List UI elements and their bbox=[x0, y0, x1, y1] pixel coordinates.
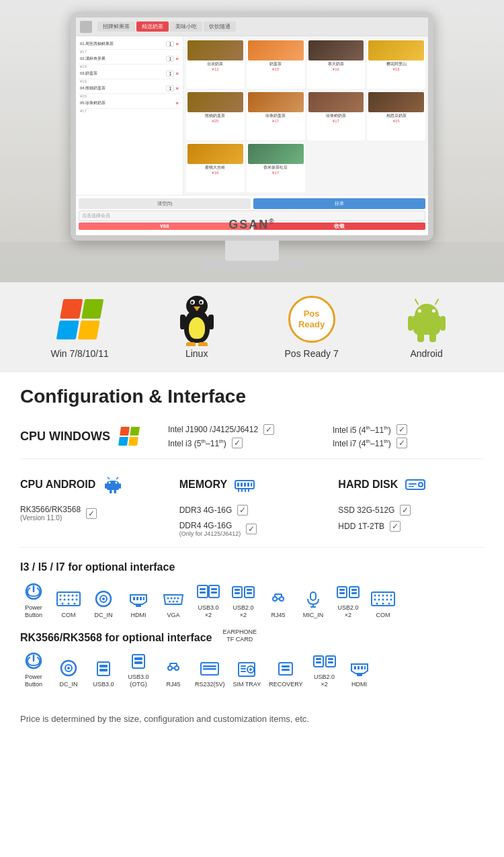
penguin-eye-right bbox=[199, 300, 204, 304]
svg-rect-17 bbox=[248, 489, 249, 492]
svg-point-1 bbox=[116, 482, 118, 484]
svg-point-28 bbox=[76, 594, 78, 596]
svg-point-31 bbox=[68, 598, 70, 600]
monitor-screen: 招牌鲜果茶 精选奶茶 美味小吃 饮饮随通 01.周至西柚鲜果茶 1 × bbox=[76, 17, 428, 235]
order-item-5: 05.珍珠鲜奶茶 × bbox=[79, 98, 180, 109]
svg-rect-119 bbox=[282, 665, 290, 667]
svg-rect-60 bbox=[235, 592, 240, 594]
rj45-icon-i3 bbox=[266, 589, 290, 609]
check-ddr3: ✓ bbox=[237, 505, 248, 516]
hang-button[interactable]: 挂单 bbox=[253, 198, 425, 209]
svg-point-83 bbox=[386, 594, 388, 596]
product-5[interactable]: 熊猫奶盖茶¥20 bbox=[186, 91, 245, 140]
svg-point-0 bbox=[109, 482, 111, 484]
svg-point-50 bbox=[173, 600, 175, 602]
monitor-section: 招牌鲜果茶 精选奶茶 美味小吃 饮饮随通 01.周至西柚鲜果茶 1 × bbox=[0, 0, 504, 282]
iface-vga-i3: VGA bbox=[160, 589, 187, 619]
product-7[interactable]: 珍珠鲜奶茶¥17 bbox=[307, 91, 366, 140]
usb3-icon-rk bbox=[91, 658, 116, 678]
svg-rect-120 bbox=[282, 669, 290, 671]
svg-point-86 bbox=[378, 598, 380, 600]
com-icon-2-i3 bbox=[371, 589, 395, 609]
svg-point-104 bbox=[175, 666, 179, 670]
svg-rect-56 bbox=[211, 588, 217, 590]
tab-4[interactable]: 饮饮随通 bbox=[204, 22, 236, 32]
svg-rect-98 bbox=[99, 665, 108, 667]
com-label-1-i3: COM bbox=[62, 612, 76, 619]
cpu-windows-row: CPU WINDOWS Intel J1900 /J4125/J6412 ✓ bbox=[20, 424, 484, 448]
tab-3[interactable]: 美味小吃 bbox=[170, 22, 202, 32]
svg-rect-57 bbox=[211, 591, 217, 594]
svg-point-27 bbox=[72, 594, 74, 596]
svg-rect-70 bbox=[310, 592, 316, 600]
iface-rs232-rk: RS232(5V) bbox=[195, 658, 225, 688]
product-8[interactable]: 相思豆奶茶¥15 bbox=[367, 91, 425, 140]
posready-text: PosReady bbox=[298, 309, 325, 329]
tab-2[interactable]: 精选奶茶 bbox=[136, 22, 169, 32]
product-1[interactable]: 台农奶茶¥13 bbox=[186, 39, 245, 89]
config-section: Configuration & Interface CPU WINDOWS bbox=[0, 372, 504, 706]
win-q4 bbox=[77, 321, 100, 340]
svg-rect-122 bbox=[316, 658, 321, 660]
product-10[interactable]: 香米抹茶红豆¥17 bbox=[247, 142, 305, 192]
svg-point-26 bbox=[68, 594, 70, 596]
product-2[interactable]: 奶盖茶¥15 bbox=[247, 39, 305, 89]
vga-label-i3: VGA bbox=[167, 612, 179, 619]
svg-rect-15 bbox=[241, 489, 243, 492]
cashier-button[interactable]: 收银 bbox=[253, 222, 425, 230]
iface-rj45-i3: RJ45 bbox=[265, 589, 292, 619]
svg-rect-12 bbox=[247, 483, 249, 487]
earphone-tfcard-label: EARPHONETF CARD bbox=[222, 628, 257, 644]
power-icon-rk bbox=[22, 651, 46, 671]
iface-usb3-x2-i3: USB3.0×2 bbox=[195, 581, 222, 619]
product-6[interactable]: 珍珠奶盖茶¥17 bbox=[247, 91, 305, 140]
ddr3-spec: DDR3 4G-16G ✓ bbox=[179, 505, 325, 516]
svg-rect-99 bbox=[99, 669, 108, 671]
os-item-windows: Win 7/8/10/11 bbox=[50, 296, 108, 359]
i3-interface-title: I3 / I5 / I7 for optional interface bbox=[20, 561, 484, 573]
svg-rect-78 bbox=[351, 592, 357, 594]
posready-circle: PosReady bbox=[288, 296, 335, 343]
monitor-frame: 招牌鲜果茶 精选奶茶 美味小吃 饮饮随通 01.周至西柚鲜果茶 1 × bbox=[71, 12, 433, 241]
menu-icon[interactable] bbox=[80, 21, 92, 33]
com-icon-1-i3 bbox=[56, 589, 81, 609]
iface-com-1-i3: COM bbox=[55, 589, 82, 619]
svg-rect-59 bbox=[235, 589, 240, 591]
ddr4-spec: DDR4 4G-16G (Only for J4125/J6412) ✓ bbox=[179, 521, 325, 537]
order-item-1: 01.周至西柚鲜果茶 1 × bbox=[79, 39, 180, 50]
clear-button[interactable]: 清空(5) bbox=[79, 198, 251, 209]
os-label-windows: Win 7/8/10/11 bbox=[50, 348, 108, 359]
vga-icon-i3 bbox=[161, 589, 185, 609]
android-body bbox=[413, 316, 440, 335]
rk-interface-header: RK3566/RK3568 for optional interface EAR… bbox=[20, 628, 484, 644]
svg-rect-41 bbox=[133, 597, 135, 600]
svg-point-91 bbox=[382, 602, 384, 604]
iface-dcin-rk: DC_IN bbox=[55, 658, 82, 688]
product-4[interactable]: 樱花阿里山¥18 bbox=[367, 39, 425, 89]
svg-point-49 bbox=[169, 600, 171, 602]
product-9[interactable]: 蜜桃大吉岭¥18 bbox=[186, 142, 245, 192]
svg-rect-110 bbox=[203, 665, 216, 667]
posready-icon: PosReady bbox=[285, 296, 339, 343]
svg-rect-42 bbox=[136, 597, 138, 600]
memory-col: MEMORY bbox=[179, 473, 325, 537]
tab-1[interactable]: 招牌鲜果茶 bbox=[97, 22, 135, 32]
rs232-label-rk: RS232(5V) bbox=[195, 681, 225, 688]
svg-rect-129 bbox=[358, 666, 360, 669]
os-item-posready: PosReady Pos Ready 7 bbox=[285, 296, 339, 359]
android-eye-right bbox=[432, 309, 435, 313]
win-q3 bbox=[56, 321, 79, 340]
svg-point-30 bbox=[64, 598, 66, 600]
product-3[interactable]: 寒天奶茶¥16 bbox=[307, 39, 366, 89]
cpu-spec-i3: Intel i3 (5th–11th) ✓ bbox=[168, 438, 319, 448]
usb3-x2-icon-i3 bbox=[196, 581, 220, 602]
penguin-foot-left bbox=[186, 342, 196, 346]
hdmi-icon-i3 bbox=[126, 589, 151, 609]
rj45-label-i3: RJ45 bbox=[271, 612, 285, 619]
svg-rect-5 bbox=[119, 483, 121, 489]
ssd-spec: SSD 32G-512G ✓ bbox=[338, 505, 484, 516]
svg-point-32 bbox=[72, 598, 74, 600]
penguin-pupil-right bbox=[200, 301, 202, 304]
penguin-beak bbox=[194, 307, 200, 311]
order-item-2: 02.满杯奇异果 1 × bbox=[79, 54, 180, 65]
